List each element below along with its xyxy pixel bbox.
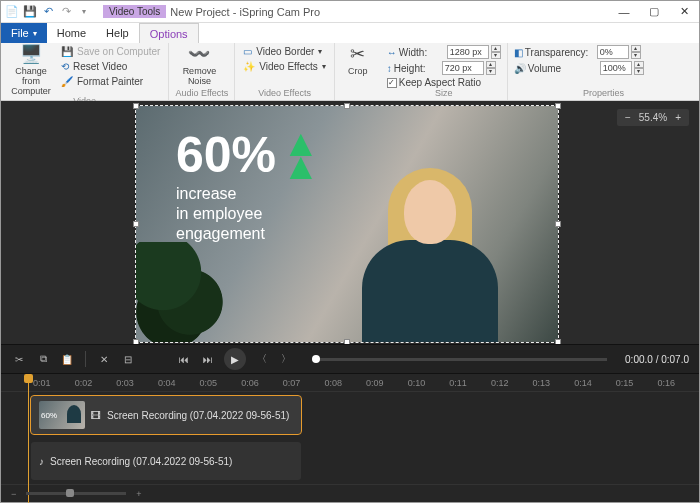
group-crop: ✂︀ Crop xyxy=(335,43,381,100)
volume-value[interactable]: 100% xyxy=(600,61,632,75)
tab-options[interactable]: Options xyxy=(139,23,199,43)
trim-icon[interactable]: ⊟ xyxy=(120,351,136,367)
save-icon: 💾 xyxy=(61,46,73,57)
width-field[interactable]: ↔ Width: 1280 px ▴▾ xyxy=(387,45,501,59)
change-from-computer-label: Change from Computer xyxy=(7,67,55,97)
video-track[interactable]: 60% 🎞 Screen Recording (07.04.2022 09-56… xyxy=(1,392,699,438)
save-icon[interactable]: 💾 xyxy=(23,5,37,19)
ruler-tick: 0:09 xyxy=(366,378,408,388)
group-audio-label: Audio Effects xyxy=(175,88,228,100)
ribbon: 🖥️ Change from Computer 💾Save on Compute… xyxy=(1,43,699,101)
cut-icon[interactable]: ✂ xyxy=(11,351,27,367)
overlay-text: 60%▲▲ increase in employee engagement xyxy=(176,130,320,244)
ruler-tick: 0:16 xyxy=(657,378,699,388)
height-label: Height: xyxy=(394,63,440,74)
volume-field[interactable]: 🔊 Volume 100% ▴▾ xyxy=(514,61,644,75)
paste-icon[interactable]: 📋 xyxy=(59,351,75,367)
zoom-value: 55.4% xyxy=(639,112,667,123)
timeline-zoom-thumb[interactable] xyxy=(66,489,74,497)
titlebar: 📄 💾 ↶ ↷ ▾ Video Tools New Project - iSpr… xyxy=(1,1,699,23)
crop-button[interactable]: ✂︀ Crop xyxy=(341,45,375,77)
zoom-in-icon[interactable]: + xyxy=(675,112,681,123)
ruler-tick: 0:05 xyxy=(200,378,242,388)
transparency-value[interactable]: 0% xyxy=(597,45,629,59)
step-back-icon[interactable]: 〈 xyxy=(254,351,270,367)
close-button[interactable]: ✕ xyxy=(669,1,699,23)
group-video-effects: ▭Video Border▾ ✨Video Effects▾ Video Eff… xyxy=(235,43,335,100)
resize-handle-sw[interactable] xyxy=(133,339,139,344)
height-field[interactable]: ↕ Height: 720 px ▴▾ xyxy=(387,61,501,75)
height-value[interactable]: 720 px xyxy=(442,61,484,75)
maximize-button[interactable]: ▢ xyxy=(639,1,669,23)
title-group: Video Tools New Project - iSpring Cam Pr… xyxy=(103,5,320,18)
delete-tools: ✕ ⊟ xyxy=(96,351,136,367)
keep-aspect-ratio[interactable]: ✓ Keep Aspect Ratio xyxy=(387,77,501,88)
resize-handle-w[interactable] xyxy=(133,221,139,227)
skip-end-icon[interactable]: ⏭ xyxy=(200,351,216,367)
reset-video-button[interactable]: ⟲Reset Video xyxy=(59,60,162,73)
group-properties: ◧ Transparency: 0% ▴▾ 🔊 Volume 100% ▴▾ P… xyxy=(508,43,699,100)
height-spinner[interactable]: ▴▾ xyxy=(486,61,496,75)
undo-icon[interactable]: ↶ xyxy=(41,5,55,19)
reset-icon: ⟲ xyxy=(61,61,69,72)
resize-handle-se[interactable] xyxy=(555,339,561,344)
resize-handle-e[interactable] xyxy=(555,221,561,227)
transparency-spinner[interactable]: ▴▾ xyxy=(631,45,641,59)
play-button[interactable]: ▶ xyxy=(224,348,246,370)
selected-video-clip[interactable]: 60%▲▲ increase in employee engagement xyxy=(135,105,559,343)
file-tab[interactable]: File▾ xyxy=(1,23,47,43)
minimize-button[interactable]: — xyxy=(609,1,639,23)
checkbox-icon[interactable]: ✓ xyxy=(387,78,397,88)
resize-handle-s[interactable] xyxy=(344,339,350,344)
remove-noise-button[interactable]: 〰️ Remove Noise xyxy=(175,45,223,87)
resize-handle-n[interactable] xyxy=(344,103,350,109)
width-spinner[interactable]: ▴▾ xyxy=(491,45,501,59)
audio-track[interactable]: ♪ Screen Recording (07.04.2022 09-56-51) xyxy=(1,438,699,484)
resize-handle-ne[interactable] xyxy=(555,103,561,109)
video-effects-button[interactable]: ✨Video Effects▾ xyxy=(241,60,328,73)
app-window: 📄 💾 ↶ ↷ ▾ Video Tools New Project - iSpr… xyxy=(0,0,700,503)
zoom-out-icon[interactable]: − xyxy=(11,489,16,499)
ruler-tick: 0:10 xyxy=(408,378,450,388)
ruler-tick: 0:07 xyxy=(283,378,325,388)
save-on-computer-button[interactable]: 💾Save on Computer xyxy=(59,45,162,58)
zoom-control[interactable]: − 55.4% + xyxy=(617,109,689,126)
playback-time: 0:00.0 / 0:07.0 xyxy=(625,354,689,365)
video-clip[interactable]: 60% 🎞 Screen Recording (07.04.2022 09-56… xyxy=(31,396,301,434)
redo-icon[interactable]: ↷ xyxy=(59,5,73,19)
ruler-tick: 0:14 xyxy=(574,378,616,388)
tab-home[interactable]: Home xyxy=(47,23,96,43)
timeline-ruler[interactable]: 0:010:020:030:040:050:060:070:080:090:10… xyxy=(1,374,699,392)
playback-controls: ✂ ⧉ 📋 ✕ ⊟ ⏮ ⏭ ▶ 〈 〉 0:00.0 / 0:07.0 xyxy=(1,344,699,374)
step-fwd-icon[interactable]: 〉 xyxy=(278,351,294,367)
width-value[interactable]: 1280 px xyxy=(447,45,489,59)
seek-thumb[interactable] xyxy=(312,355,320,363)
clip-thumbnail: 60% xyxy=(39,401,85,429)
resize-handle-nw[interactable] xyxy=(133,103,139,109)
playhead[interactable] xyxy=(28,374,29,503)
brush-icon: 🖌️ xyxy=(61,76,73,87)
window-controls: — ▢ ✕ xyxy=(609,1,699,23)
transparency-field[interactable]: ◧ Transparency: 0% ▴▾ xyxy=(514,45,644,59)
zoom-out-icon[interactable]: − xyxy=(625,112,631,123)
volume-icon: 🔊 xyxy=(514,63,526,74)
timeline-zoom-slider[interactable] xyxy=(26,492,126,495)
qat-dropdown-icon[interactable]: ▾ xyxy=(77,5,91,19)
copy-icon[interactable]: ⧉ xyxy=(35,351,51,367)
seek-bar[interactable] xyxy=(312,358,607,361)
canvas-area[interactable]: − 55.4% + 60%▲▲ increase in employee eng… xyxy=(1,101,699,344)
audio-clip[interactable]: ♪ Screen Recording (07.04.2022 09-56-51) xyxy=(31,442,301,480)
skip-start-icon[interactable]: ⏮ xyxy=(176,351,192,367)
delete-icon[interactable]: ✕ xyxy=(96,351,112,367)
change-from-computer-button[interactable]: 🖥️ Change from Computer xyxy=(7,45,55,96)
border-icon: ▭ xyxy=(243,46,252,57)
tab-help[interactable]: Help xyxy=(96,23,139,43)
video-border-button[interactable]: ▭Video Border▾ xyxy=(241,45,328,58)
group-veffects-label: Video Effects xyxy=(241,88,328,100)
format-painter-button[interactable]: 🖌️Format Painter xyxy=(59,75,162,88)
wand-icon: ✨ xyxy=(243,61,255,72)
zoom-in-icon[interactable]: + xyxy=(136,489,141,499)
volume-spinner[interactable]: ▴▾ xyxy=(634,61,644,75)
quick-access-toolbar: 📄 💾 ↶ ↷ ▾ xyxy=(1,5,95,19)
group-size: ↔ Width: 1280 px ▴▾ ↕ Height: 720 px ▴▾ … xyxy=(381,43,508,100)
